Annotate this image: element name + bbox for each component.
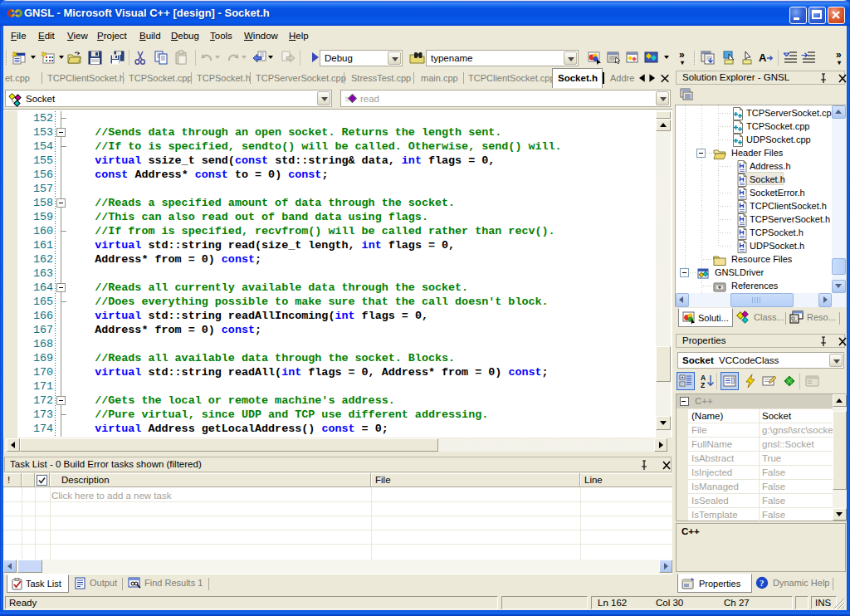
svg-text:?: ? <box>760 578 765 588</box>
svg-text:Z: Z <box>701 381 705 389</box>
svg-text:A: A <box>759 51 767 64</box>
